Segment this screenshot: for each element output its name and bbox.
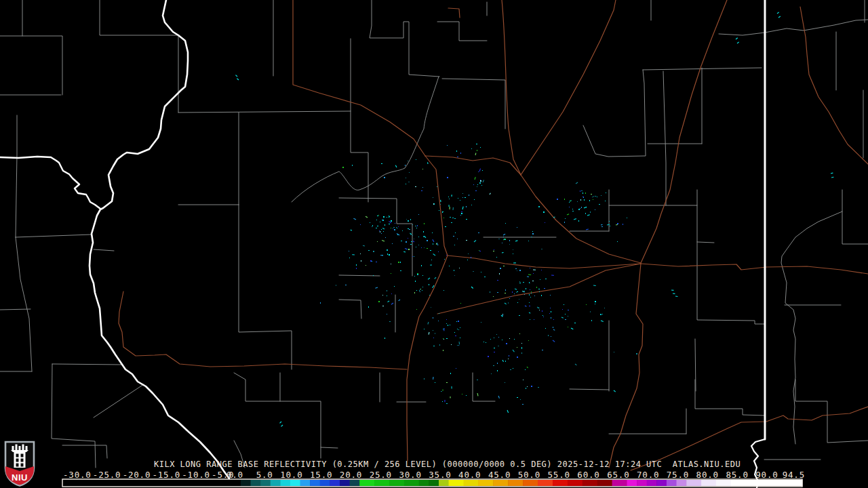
state-borders-layer — [0, 0, 765, 488]
colorbar-tick-label: -30.0 — [63, 470, 92, 480]
colorbar-tick-label: 80.0 — [696, 470, 719, 480]
colorbar-tick-label: 45.0 — [488, 470, 511, 480]
colorbar-tick-label: 5.0 — [256, 470, 273, 480]
colorbar-tick-label: -25.0 — [93, 470, 121, 480]
colorbar-tick-label: 10.0 — [280, 470, 302, 480]
colorbar-tick-label: 35.0 — [429, 470, 451, 480]
colorbar-tick-label: 20.0 — [340, 470, 362, 480]
radar-viewer: -30.0-25.0-20.0-15.0-10.0-5.00.05.010.01… — [0, 0, 868, 488]
roads-layer — [119, 0, 868, 470]
colorbar-tick-label: 60.0 — [577, 470, 599, 480]
niu-logo: NIU — [4, 441, 35, 487]
map-caption: KILX LONG RANGE BASE REFLECTIVITY (0.25K… — [154, 460, 741, 469]
colorbar-tick-label: 15.0 — [310, 470, 332, 480]
colorbar-tick-label: 55.0 — [548, 470, 570, 480]
radar-map: -30.0-25.0-20.0-15.0-10.0-5.00.05.010.01… — [0, 0, 868, 488]
colorbar-tick-label: 85.0 — [726, 470, 748, 480]
colorbar-tick-label: 25.0 — [370, 470, 392, 480]
colorbar-tick-label: 50.0 — [518, 470, 540, 480]
colorbar-tick-label: 0.0 — [226, 470, 243, 480]
county-lines-layer — [0, 0, 868, 468]
colorbar-labels: -30.0-25.0-20.0-15.0-10.0-5.00.05.010.01… — [63, 470, 805, 480]
colorbar-tick-label: 94.5 — [783, 470, 805, 480]
colorbar-tick-label: 40.0 — [458, 470, 481, 480]
colorbar-tick-label: 90.0 — [755, 470, 778, 480]
colorbar-tick-label: 75.0 — [667, 470, 689, 480]
colorbar — [62, 479, 803, 487]
colorbar-tick-label: -10.0 — [182, 470, 210, 480]
colorbar-tick-label: -20.0 — [123, 470, 151, 480]
colorbar-tick-label: 30.0 — [399, 470, 421, 480]
radar-echoes-layer — [235, 12, 833, 427]
colorbar-tick-label: 65.0 — [607, 470, 629, 480]
logo-text: NIU — [12, 472, 28, 483]
colorbar-tick-label: -15.0 — [152, 470, 180, 480]
colorbar-tick-label: 70.0 — [637, 470, 659, 480]
